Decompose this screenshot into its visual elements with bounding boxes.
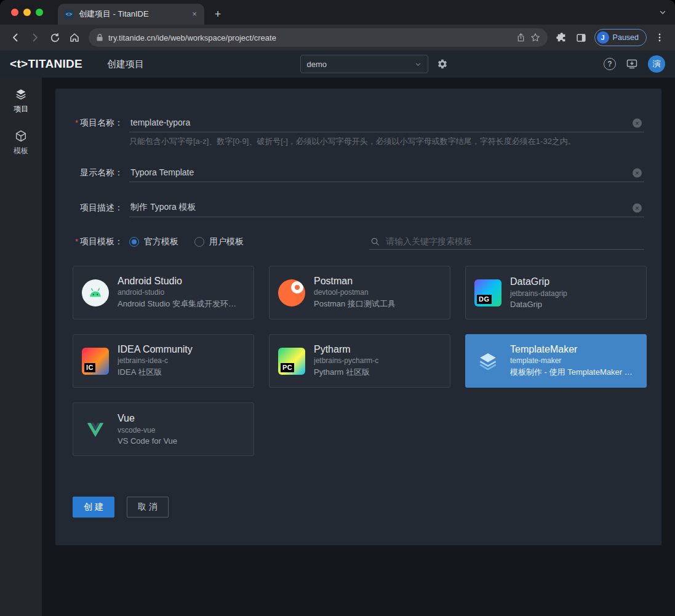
template-title: Pytharm <box>314 344 378 355</box>
radio-official-template[interactable]: 官方模板 <box>129 236 178 247</box>
project-template-label: 项目模板： <box>73 236 123 247</box>
clear-display-icon[interactable]: × <box>633 168 642 177</box>
datagrip-icon: DG <box>474 279 501 306</box>
radio-user-template[interactable]: 用户模板 <box>194 236 244 247</box>
project-desc-input[interactable] <box>129 198 644 217</box>
workbench-icon[interactable] <box>626 58 638 70</box>
template-id: devtool-postman <box>314 288 396 297</box>
cube-icon <box>14 129 28 143</box>
cancel-button[interactable]: 取 消 <box>127 497 169 518</box>
template-card-jetbrains-pycharm-c[interactable]: PCPytharmjetbrains-pycharm-cPytharm 社区版 <box>269 334 450 388</box>
display-name-input[interactable] <box>129 163 644 182</box>
template-desc: VS Code for Vue <box>118 436 177 446</box>
create-button[interactable]: 创 建 <box>73 497 114 518</box>
radio-user-label: 用户模板 <box>209 236 244 247</box>
user-avatar[interactable]: 演 <box>648 55 665 73</box>
template-card-vscode-vue[interactable]: Vuevscode-vueVS Code for Vue <box>73 402 254 456</box>
template-title: Android Studio <box>118 276 236 287</box>
chevron-down-icon <box>415 61 421 68</box>
android-icon <box>82 279 109 306</box>
help-icon[interactable]: ? <box>604 58 616 70</box>
template-id: vscode-vue <box>118 426 177 434</box>
workspace-select[interactable]: demo <box>300 55 428 73</box>
template-card-devtool-postman[interactable]: Postmandevtool-postmanPostman 接口测试工具 <box>269 266 450 319</box>
close-window-button[interactable] <box>11 9 18 16</box>
postman-icon <box>278 279 305 306</box>
workspace-settings-gear-icon[interactable] <box>437 58 448 70</box>
back-icon[interactable] <box>6 28 25 47</box>
radio-official-label: 官方模板 <box>144 236 178 247</box>
template-title: TemplateMaker <box>510 344 633 355</box>
template-title: Postman <box>314 276 396 287</box>
url-text: try.titanide.cn/ide/web/workspace/projec… <box>108 33 511 42</box>
template-desc: DataGrip <box>510 300 567 309</box>
clear-name-icon[interactable]: × <box>633 118 642 127</box>
template-id: android-studio <box>118 288 236 297</box>
project-desc-label: 项目描述： <box>73 202 123 214</box>
display-name-label: 显示名称： <box>73 167 123 178</box>
vue-icon <box>82 416 109 443</box>
extensions-puzzle-icon[interactable] <box>553 28 571 47</box>
titlebar: <> 创建项目 - TitanIDE × + <box>0 0 675 25</box>
browser-menu-icon[interactable] <box>650 28 669 47</box>
tab-search-chevron-icon[interactable] <box>659 9 666 16</box>
icon-letters: IC <box>84 363 95 372</box>
app-header: <t>TITANIDE 创建项目 demo ? 演 <box>0 50 675 78</box>
template-id: jetbrains-pycharm-c <box>314 356 378 365</box>
template-title: DataGrip <box>510 276 567 287</box>
template-search-box[interactable] <box>369 233 644 250</box>
clear-desc-icon[interactable]: × <box>633 203 642 212</box>
pycharm-icon: PC <box>278 348 305 375</box>
profile-status: Paused <box>613 33 639 42</box>
template-desc: IDEA 社区版 <box>118 367 193 378</box>
sidebar-item-projects[interactable]: 项目 <box>14 87 28 114</box>
profile-pill[interactable]: J Paused <box>594 29 647 46</box>
template-id: jetbrains-datagrip <box>510 289 567 298</box>
project-name-label: 项目名称： <box>73 118 123 129</box>
page-title: 创建项目 <box>107 58 144 70</box>
browser-tab[interactable]: <> 创建项目 - TitanIDE × <box>58 4 204 25</box>
template-card-android-studio[interactable]: Android Studioandroid-studioAndroid Stud… <box>73 266 254 319</box>
sidebar-item-label: 项目 <box>14 104 28 114</box>
idea-icon: IC <box>82 348 109 375</box>
new-tab-button[interactable]: + <box>209 6 226 23</box>
side-nav: 项目 模板 <box>0 78 42 616</box>
tab-title: 创建项目 - TitanIDE <box>79 9 185 20</box>
share-icon[interactable] <box>516 33 525 42</box>
template-desc: Postman 接口测试工具 <box>314 298 396 310</box>
workspace-select-value: demo <box>307 60 327 69</box>
template-grid: Android Studioandroid-studioAndroid Stud… <box>73 266 644 456</box>
template-id: jetbrains-idea-c <box>118 356 193 365</box>
forward-icon[interactable] <box>26 28 44 47</box>
side-panel-icon[interactable] <box>572 28 591 47</box>
template-title: IDEA Community <box>118 344 193 355</box>
sidebar-item-templates[interactable]: 模板 <box>14 129 28 156</box>
home-icon[interactable] <box>65 28 84 47</box>
template-card-jetbrains-datagrip[interactable]: DGDataGripjetbrains-datagripDataGrip <box>465 266 647 319</box>
templatemaker-icon <box>474 348 501 375</box>
zoom-window-button[interactable] <box>36 9 43 16</box>
search-icon <box>370 237 380 246</box>
main-area: 项目名称： × 只能包含小写字母[a-z]、数字[0-9]、破折号[-]，必须以… <box>42 78 675 616</box>
project-name-input[interactable] <box>129 113 644 132</box>
bookmark-star-icon[interactable] <box>530 33 540 42</box>
lock-icon <box>96 33 103 42</box>
template-desc: Pytharm 社区版 <box>314 367 378 378</box>
icon-letters: PC <box>281 363 294 372</box>
template-card-template-maker[interactable]: TemplateMakertemplate-maker模板制作 - 使用 Tem… <box>465 334 647 388</box>
radio-dot-icon <box>194 237 204 247</box>
icon-letters: DG <box>477 295 492 304</box>
address-bar[interactable]: try.titanide.cn/ide/web/workspace/projec… <box>89 28 548 47</box>
browser-window: <> 创建项目 - TitanIDE × + try.titanide.cn/i… <box>0 0 675 616</box>
minimize-window-button[interactable] <box>23 9 31 16</box>
tab-close-icon[interactable]: × <box>190 9 199 19</box>
template-title: Vue <box>118 413 177 424</box>
browser-toolbar: try.titanide.cn/ide/web/workspace/projec… <box>0 25 675 50</box>
template-desc: 模板制作 - 使用 TemplateMaker … <box>510 367 633 378</box>
titanide-logo[interactable]: <t>TITANIDE <box>10 57 82 71</box>
template-search-input[interactable] <box>385 236 643 247</box>
template-card-jetbrains-idea-c[interactable]: ICIDEA Communityjetbrains-idea-cIDEA 社区版 <box>73 334 254 388</box>
traffic-lights <box>11 9 43 16</box>
reload-icon[interactable] <box>46 28 64 47</box>
layers-icon <box>14 87 28 101</box>
